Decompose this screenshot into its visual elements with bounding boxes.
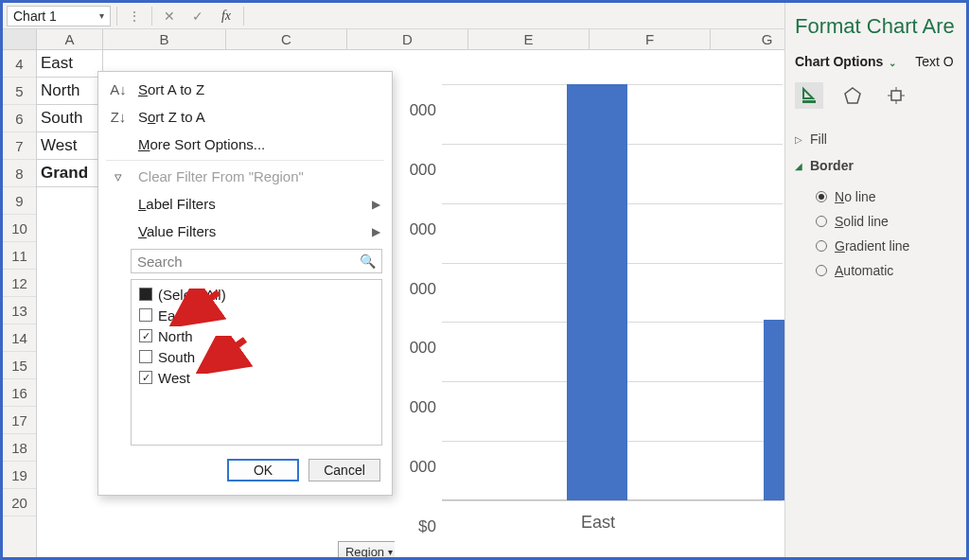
name-box-value: Chart 1	[13, 9, 57, 24]
ok-button[interactable]: OK	[227, 459, 299, 481]
button-label: Cancel	[324, 463, 365, 478]
annotation-arrow	[169, 289, 226, 326]
row-header[interactable]: 12	[3, 270, 36, 297]
column-header[interactable]: E	[468, 29, 590, 49]
column-header[interactable]: A	[37, 29, 103, 49]
chart-options-tab[interactable]: Chart Options ⌄	[795, 54, 896, 69]
row-header[interactable]: 4	[3, 50, 36, 78]
cell[interactable]: East	[37, 50, 102, 78]
value-filters[interactable]: Value Filters ▶	[98, 218, 392, 245]
chart-plot-area: EastNo	[442, 84, 783, 500]
row-header[interactable]: 8	[3, 160, 36, 187]
row-header[interactable]: 10	[3, 215, 36, 242]
border-radio[interactable]: Gradient line	[816, 234, 957, 258]
row-header[interactable]: 16	[3, 379, 36, 407]
cell[interactable]: Grand	[37, 160, 102, 187]
chevron-down-icon: ◢	[795, 161, 802, 171]
tab-label: Text O	[915, 54, 953, 69]
svg-marker-3	[845, 88, 860, 103]
row-header[interactable]: 7	[3, 132, 36, 160]
y-tick-label: 000	[395, 220, 436, 239]
section-label: Fill	[810, 131, 827, 147]
checkbox[interactable]	[139, 308, 152, 322]
column-header[interactable]: F	[590, 29, 711, 49]
row-header[interactable]: 5	[3, 78, 36, 105]
svg-line-1	[205, 340, 245, 368]
filter-item-label: West	[158, 370, 190, 386]
y-tick-label: 000	[395, 398, 436, 417]
filter-item[interactable]: North	[139, 325, 374, 346]
checkbox[interactable]	[139, 288, 152, 301]
separator	[243, 7, 244, 26]
border-radio[interactable]: Solid line	[816, 209, 957, 234]
sort-az-icon: A↓	[108, 81, 129, 97]
pivot-axis-button[interactable]: Region ▾	[338, 541, 400, 560]
row-header[interactable]: 11	[3, 242, 36, 270]
border-radio[interactable]: No line	[816, 184, 957, 209]
fill-line-icon[interactable]	[795, 82, 823, 109]
more-sort-options[interactable]: More Sort Options...	[98, 131, 392, 158]
sort-ascending[interactable]: A↓ Sort A to Z	[98, 76, 392, 103]
filter-item[interactable]: West	[139, 367, 374, 388]
row-header[interactable]: 17	[3, 407, 36, 434]
x-category-label: East	[555, 513, 641, 533]
row-header[interactable]: 14	[3, 324, 36, 352]
radio-label: Automatic	[835, 263, 893, 278]
label-filters[interactable]: Label Filters ▶	[98, 190, 392, 218]
search-icon: 🔍	[360, 254, 376, 269]
annotation-arrow	[196, 336, 253, 374]
filter-item[interactable]: South	[139, 346, 374, 367]
fx-icon[interactable]: fx	[215, 6, 238, 26]
row-headers: 4567891011121314151617181920	[3, 50, 37, 557]
y-tick-label: 000	[395, 280, 436, 299]
border-radio-group: No lineSolid lineGradient lineAutomatic	[795, 179, 957, 283]
filter-item-label: North	[158, 328, 193, 344]
row-header[interactable]: 9	[3, 187, 36, 215]
row-header[interactable]: 19	[3, 462, 36, 489]
y-tick-label: $0	[395, 517, 436, 536]
column-header[interactable]: B	[103, 29, 226, 49]
filter-search-input[interactable]: Search 🔍	[131, 249, 382, 273]
sort-descending[interactable]: Z↓ Sort Z to A	[98, 103, 392, 131]
chart-bar[interactable]	[567, 84, 627, 500]
pane-title: Format Chart Are	[795, 14, 957, 39]
checkbox[interactable]	[139, 371, 152, 384]
chart[interactable]: EastNo 000000000000000000000$0	[395, 77, 792, 560]
chevron-down-icon[interactable]: ▾	[99, 10, 104, 21]
y-tick-label: 000	[395, 339, 436, 358]
size-properties-icon[interactable]	[882, 82, 910, 109]
sort-za-icon: Z↓	[108, 109, 129, 125]
format-chart-area-pane: Format Chart Are Chart Options ⌄ Text O …	[784, 3, 966, 557]
filter-item-label: South	[158, 349, 195, 365]
menu-label: ore Sort Options...	[150, 136, 266, 152]
radio-label: Gradient line	[835, 238, 909, 254]
border-radio[interactable]: Automatic	[816, 258, 957, 283]
separator	[106, 160, 384, 161]
row-header[interactable]: 20	[3, 489, 36, 516]
cancel-button[interactable]: Cancel	[308, 459, 380, 481]
button-label: OK	[254, 463, 273, 478]
cell[interactable]: North	[37, 78, 102, 105]
chevron-down-icon: ▾	[388, 547, 393, 557]
radio-label: No line	[835, 189, 876, 204]
checkbox[interactable]	[139, 329, 152, 342]
column-header[interactable]: C	[226, 29, 347, 49]
row-header[interactable]: 15	[3, 352, 36, 379]
row-header[interactable]: 6	[3, 105, 36, 132]
row-header[interactable]: 13	[3, 297, 36, 324]
border-section-header[interactable]: ◢ Border	[795, 152, 957, 179]
name-box[interactable]: Chart 1 ▾	[7, 6, 111, 26]
effects-icon[interactable]	[838, 82, 867, 109]
column-header[interactable]: D	[347, 29, 468, 49]
cell[interactable]: South	[37, 105, 102, 132]
separator	[116, 7, 117, 26]
svg-line-0	[179, 292, 219, 321]
radio-icon	[816, 240, 827, 252]
text-options-tab[interactable]: Text O	[915, 54, 953, 69]
checkbox[interactable]	[139, 350, 152, 363]
cell[interactable]: West	[37, 132, 102, 160]
fill-section-header[interactable]: ▷ Fill	[795, 126, 957, 152]
enter-formula-icon: ✓	[186, 6, 209, 26]
row-header[interactable]: 18	[3, 434, 36, 462]
select-all-header[interactable]	[3, 29, 37, 49]
